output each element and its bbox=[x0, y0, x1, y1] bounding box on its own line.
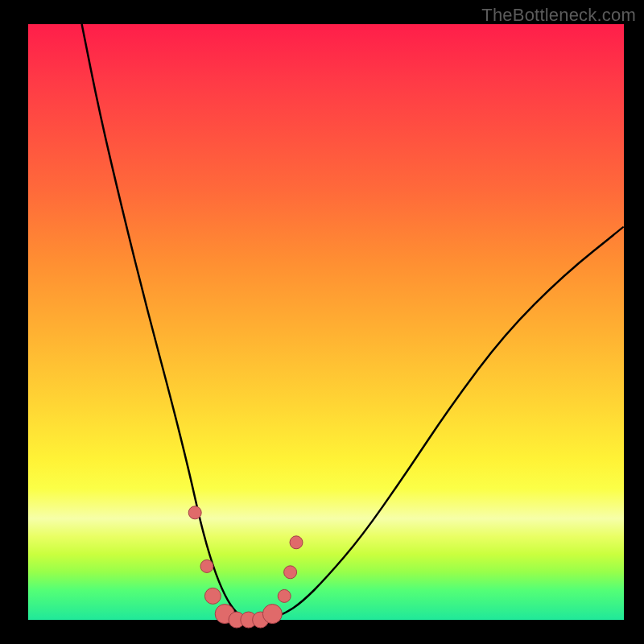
marker-dot bbox=[284, 566, 297, 579]
plot-area bbox=[28, 24, 624, 620]
chart-frame: TheBottleneck.com bbox=[0, 0, 644, 644]
marker-dot bbox=[204, 588, 221, 604]
marker-dot bbox=[200, 559, 213, 572]
chart-svg bbox=[28, 24, 624, 620]
watermark-text: TheBottleneck.com bbox=[481, 5, 636, 26]
marker-dot bbox=[278, 589, 291, 602]
bottleneck-curve bbox=[82, 24, 624, 620]
marker-dot bbox=[188, 506, 201, 519]
marker-dot bbox=[290, 536, 303, 549]
marker-dots bbox=[188, 506, 303, 628]
marker-dot bbox=[262, 605, 282, 624]
